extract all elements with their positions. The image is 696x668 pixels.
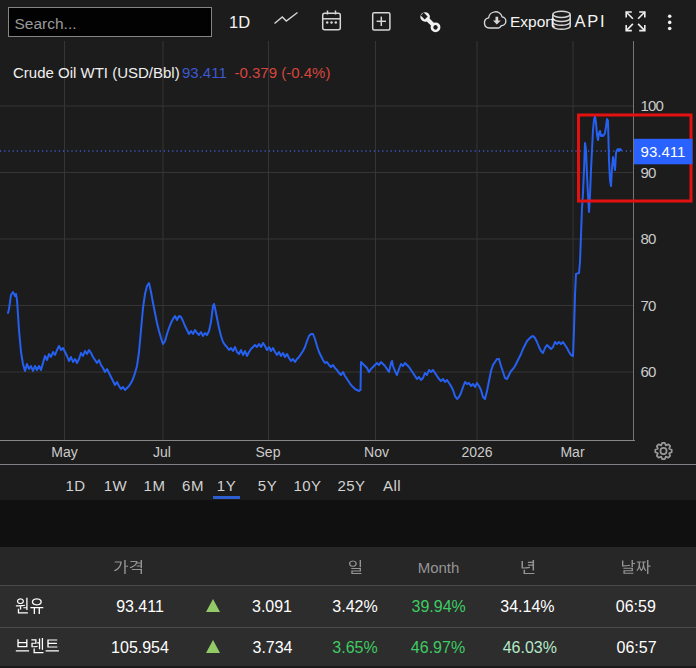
svg-text:60: 60 bbox=[641, 363, 657, 380]
svg-text:70: 70 bbox=[641, 297, 657, 314]
svg-text:100: 100 bbox=[641, 97, 664, 114]
svg-text:May: May bbox=[51, 444, 77, 460]
svg-text:Sep: Sep bbox=[256, 444, 281, 460]
svg-text:Jul: Jul bbox=[153, 444, 171, 460]
svg-text:Nov: Nov bbox=[364, 444, 389, 460]
svg-text:Mar: Mar bbox=[560, 444, 584, 460]
svg-text:80: 80 bbox=[641, 230, 657, 247]
svg-text:93.411: 93.411 bbox=[641, 143, 686, 160]
svg-text:2026: 2026 bbox=[461, 444, 492, 460]
svg-text:90: 90 bbox=[641, 164, 657, 181]
